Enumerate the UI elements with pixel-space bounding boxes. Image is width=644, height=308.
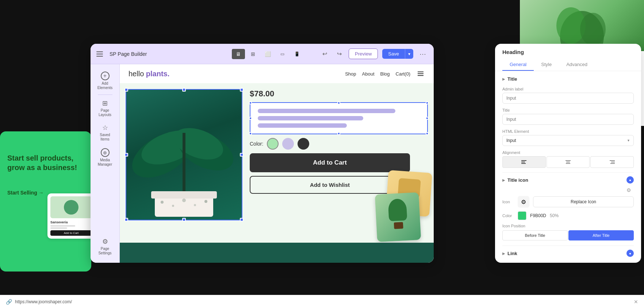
hamburger-icon[interactable] <box>416 70 425 77</box>
builder-title: SP Page Builder <box>110 51 147 57</box>
icon-color-swatch[interactable] <box>518 211 526 220</box>
photo-stack <box>376 172 431 241</box>
admin-label-field: Admin label <box>502 87 634 104</box>
position-after-btn[interactable]: After Title <box>568 230 634 240</box>
small-card-price <box>50 225 92 229</box>
product-image-container[interactable] <box>126 89 242 220</box>
device-icons: 🖥 ⊞ ⬜ ▭ 📱 <box>232 49 303 59</box>
svg-rect-19 <box>566 160 571 161</box>
icon-color-opacity: 50% <box>550 213 559 218</box>
html-element-field: HTML Element Input h1 h2 h3 p div ▼ <box>502 129 634 146</box>
sidebar-item-add-elements[interactable]: + AddElements <box>92 69 118 93</box>
icon-preview[interactable]: ⚙ <box>518 196 529 208</box>
save-dropdown-btn[interactable]: ▾ <box>405 49 413 59</box>
divider-1 <box>502 172 634 173</box>
text-handle-bl[interactable] <box>249 132 252 135</box>
nav-blog[interactable]: Blog <box>380 71 390 77</box>
redo-button[interactable]: ↪ <box>334 49 344 59</box>
tab-advanced[interactable]: Advanced <box>559 59 595 71</box>
sidebar-item-page-settings[interactable]: ⚙ PageSettings <box>92 235 118 258</box>
svg-rect-22 <box>610 160 615 161</box>
color-swatch-green[interactable] <box>267 138 279 150</box>
url-link-icon: 🔗 <box>6 299 12 305</box>
device-tablet[interactable]: ⬜ <box>261 49 274 59</box>
add-to-cart-button[interactable]: Add to Cart <box>250 153 410 172</box>
menu-icon[interactable] <box>96 50 105 58</box>
more-options-button[interactable]: ⋯ <box>418 49 428 59</box>
store-logo: hello plants. <box>129 70 169 78</box>
properties-panel: Heading General Style Advanced ▶ Title A… <box>495 44 641 263</box>
device-mobile[interactable]: 📱 <box>290 49 303 59</box>
color-swatch-dark[interactable] <box>298 138 309 150</box>
sidebar-item-media-manager[interactable]: ⊕ MediaManager <box>92 145 118 170</box>
align-right-btn[interactable] <box>590 156 634 168</box>
align-center-btn[interactable] <box>547 156 590 168</box>
title-icon-header[interactable]: ▶ Title icon ● <box>502 176 634 184</box>
save-btn-group: Save ▾ <box>382 49 413 59</box>
position-before-btn[interactable]: Before Title <box>502 230 568 240</box>
svg-point-14 <box>194 204 196 206</box>
device-split[interactable]: ⊞ <box>246 49 260 59</box>
small-card-add-btn[interactable]: Add to Cart <box>50 230 92 236</box>
nav-about[interactable]: About <box>362 71 375 77</box>
admin-label-label: Admin label <box>502 87 634 91</box>
tab-general[interactable]: General <box>502 59 534 71</box>
sidebar-item-saved-items[interactable]: ☆ SavedItems <box>92 121 118 145</box>
link-section-header[interactable]: ▶ Link ● <box>502 250 634 257</box>
html-element-select[interactable]: Input h1 h2 h3 p div <box>502 135 634 146</box>
undo-button[interactable]: ↩ <box>319 49 330 59</box>
canvas: hello plants. Shop About Blog Cart(0) <box>120 64 434 263</box>
svg-rect-10 <box>151 191 217 199</box>
replace-icon-btn[interactable]: Replace Icon <box>533 196 634 207</box>
device-mobile-lg[interactable]: ▭ <box>276 49 289 59</box>
admin-label-input[interactable] <box>502 93 634 104</box>
text-handle-br[interactable] <box>426 132 429 135</box>
title-input[interactable] <box>502 114 634 125</box>
text-handle-mr[interactable] <box>426 117 429 120</box>
url-close-icon[interactable]: ✕ <box>634 299 638 305</box>
text-handle-tl[interactable] <box>249 101 252 104</box>
svg-rect-20 <box>566 162 570 162</box>
builder-sidebar: + AddElements ⊞ PageLayouts ☆ SavedItems… <box>91 64 120 263</box>
align-left-btn[interactable] <box>502 156 546 168</box>
link-label: Link <box>507 251 517 256</box>
color-row: Color F9B00D 50% <box>502 211 634 220</box>
selected-text-block[interactable] <box>250 102 428 134</box>
svg-rect-24 <box>610 163 615 164</box>
tab-style[interactable]: Style <box>534 59 559 71</box>
text-handle-tc[interactable] <box>337 101 340 104</box>
product-image <box>126 89 242 220</box>
color-swatch-lavender[interactable] <box>282 138 294 150</box>
sidebar-label-add-elements: AddElements <box>97 81 113 90</box>
title-section-header[interactable]: ▶ Title <box>502 76 634 82</box>
sidebar-label-page-settings: PageSettings <box>98 247 111 255</box>
color-section: Color: <box>250 138 428 150</box>
device-desktop[interactable]: 🖥 <box>232 49 245 59</box>
sidebar-item-page-layouts[interactable]: ⊞ PageLayouts <box>92 96 118 120</box>
color-row-label: Color <box>502 213 514 218</box>
color-label: Color: <box>250 141 263 147</box>
nav-cart[interactable]: Cart(0) <box>396 71 410 77</box>
panel-header: Heading General Style Advanced <box>495 44 641 71</box>
svg-rect-18 <box>521 163 526 164</box>
svg-point-2 <box>580 13 606 46</box>
preview-button[interactable]: Preview <box>349 49 378 59</box>
title-icon-toggle[interactable]: ● <box>626 176 634 184</box>
panel-tabs: General Style Advanced <box>502 59 634 71</box>
text-handle-ml[interactable] <box>249 117 252 120</box>
green-cta[interactable]: Start Selling → <box>7 190 44 196</box>
link-section: ▶ Link ● <box>502 250 634 257</box>
title-field-label: Title <box>502 108 634 112</box>
icon-settings-gear[interactable]: ⚙ <box>626 187 634 195</box>
save-button[interactable]: Save <box>382 49 405 59</box>
title-field: Title <box>502 108 634 125</box>
alignment-label: Alignment <box>502 150 634 155</box>
text-handle-tr[interactable] <box>426 101 429 104</box>
svg-point-12 <box>172 205 174 207</box>
small-product-card: Sanseveria Add to Cart <box>47 193 95 239</box>
store-nav: Shop About Blog Cart(0) <box>345 70 425 77</box>
nav-shop[interactable]: Shop <box>345 71 356 77</box>
link-toggle[interactable]: ● <box>626 250 634 257</box>
text-handle-bc[interactable] <box>337 132 340 135</box>
title-section-label: Title <box>507 76 517 82</box>
